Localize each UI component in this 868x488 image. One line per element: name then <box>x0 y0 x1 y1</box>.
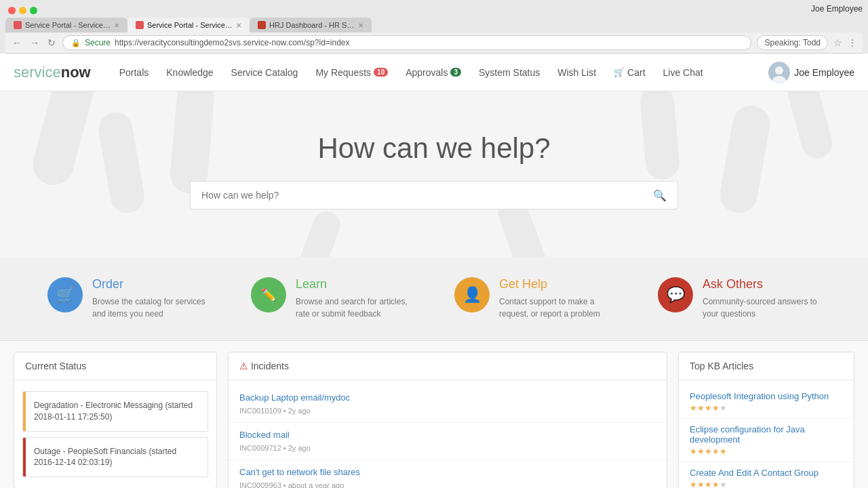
feature-ask-others[interactable]: 💬 Ask Others Community-sourced answers t… <box>658 277 821 320</box>
current-status-header: Current Status <box>14 352 216 380</box>
feature-get-help[interactable]: 👤 Get Help Contact support to make a req… <box>454 277 617 320</box>
user-avatar[interactable] <box>768 62 790 83</box>
incident-meta-2: INC0009712 • 2y ago <box>239 444 311 452</box>
browser-tab-3[interactable]: HRJ Dashboard - HR Service ✕ <box>250 18 372 33</box>
nav-system-status[interactable]: System Status <box>471 62 548 83</box>
feature-learn[interactable]: ✏️ Learn Browse and search for articles,… <box>251 277 414 320</box>
star-full: ★ <box>690 403 697 413</box>
my-requests-badge: 10 <box>374 68 388 77</box>
nav-my-requests[interactable]: My Requests 10 <box>307 62 396 83</box>
reload-button[interactable]: ↻ <box>46 37 57 48</box>
bookmark-icon[interactable]: ☆ <box>833 37 842 48</box>
search-button[interactable]: 🔍 <box>642 181 678 209</box>
incident-item-1: Backup Laptop email/mydoc INC0010109 • 2… <box>229 386 667 423</box>
kb-stars-3: ★★★★★ <box>690 480 843 488</box>
hero-section: How can we help? 🔍 <box>0 92 868 257</box>
learn-text: Learn Browse and search for articles, ra… <box>296 277 414 320</box>
kb-item-3: Create And Edit A Contact Group ★★★★★ <box>679 462 854 488</box>
svg-point-1 <box>772 76 786 83</box>
order-icon: 🛒 <box>47 277 83 312</box>
tab3-close[interactable]: ✕ <box>358 22 363 29</box>
kb-stars-1: ★★★★★ <box>690 403 843 413</box>
sn-header: servicenow Portals Knowledge Service Cat… <box>0 54 868 92</box>
nav-service-catalog[interactable]: Service Catalog <box>223 62 307 83</box>
incident-meta-1: INC0010109 • 2y ago <box>239 407 311 415</box>
feature-order[interactable]: 🛒 Order Browse the catalog for services … <box>47 277 210 320</box>
browser-tab-2[interactable]: Service Portal - Service Portal ✕ <box>127 18 250 33</box>
incident-item-2: Blocked mail INC0009712 • 2y ago <box>229 423 667 460</box>
order-text: Order Browse the catalog for services an… <box>92 277 210 320</box>
sn-logo: servicenow <box>14 64 91 81</box>
nav-approvals[interactable]: Approvals 3 <box>397 62 469 83</box>
browser-tab-1[interactable]: Service Portal - Service Portal ✕ <box>5 18 127 33</box>
learn-icon: ✏️ <box>251 277 286 312</box>
secure-label: Secure <box>85 38 111 47</box>
kb-articles-body: Peoplesoft Integration using Python ★★★★… <box>679 380 854 488</box>
tab1-label: Service Portal - Service Portal <box>25 21 111 29</box>
learn-title: Learn <box>296 277 414 291</box>
address-input[interactable]: 🔒 Secure https://veracityconsultingdemo2… <box>62 35 751 50</box>
forward-button[interactable]: → <box>28 37 41 48</box>
tab2-close[interactable]: ✕ <box>236 22 241 29</box>
address-bar-row: ← → ↻ 🔒 Secure https://veracityconsultin… <box>5 33 863 54</box>
middle-column: ⚠ Incidents Backup Laptop email/mydoc IN… <box>228 352 667 488</box>
right-column: Top KB Articles Peoplesoft Integration u… <box>678 352 854 488</box>
current-status-panel: Current Status Degradation - Electronic … <box>14 352 217 488</box>
tab2-favicon <box>136 21 144 29</box>
incident-link-3[interactable]: Can't get to network file shares <box>239 467 656 477</box>
window-close-dot[interactable] <box>8 7 16 14</box>
kb-item-2: Eclipse configuration for Java developme… <box>679 419 854 462</box>
current-status-body: Degradation - Electronic Messaging (star… <box>14 380 216 488</box>
cart-icon: 🛒 <box>614 67 625 77</box>
nav-portals[interactable]: Portals <box>111 62 157 83</box>
search-input[interactable] <box>190 181 642 209</box>
back-button[interactable]: ← <box>11 37 23 48</box>
address-url: https://veracityconsultingdemo2svs.servi… <box>115 38 350 47</box>
get-help-title: Get Help <box>499 277 617 291</box>
get-help-icon: 👤 <box>454 277 490 312</box>
tab2-label: Service Portal - Service Portal <box>147 21 233 29</box>
ask-others-icon: 💬 <box>658 277 693 312</box>
order-description: Browse the catalog for services and item… <box>92 296 210 320</box>
kb-item-1: Peoplesoft Integration using Python ★★★★… <box>679 386 854 419</box>
incident-link-1[interactable]: Backup Laptop email/mydoc <box>239 392 656 403</box>
tab3-label: HRJ Dashboard - HR Service <box>269 21 355 29</box>
kb-link-2[interactable]: Eclipse configuration for Java developme… <box>690 424 843 445</box>
status-text-1: Degradation - Electronic Messaging (star… <box>26 392 208 431</box>
sn-user-info: Joe Employee <box>768 62 854 83</box>
sn-nav: Portals Knowledge Service Catalog My Req… <box>111 62 769 83</box>
logo-now: now <box>61 64 91 81</box>
get-help-text: Get Help Contact support to make a reque… <box>499 277 617 320</box>
ask-others-description: Community-sourced answers to your questi… <box>703 296 821 320</box>
incident-meta-3: INC0009963 • about a year ago <box>239 481 344 488</box>
kb-link-1[interactable]: Peoplesoft Integration using Python <box>690 391 843 401</box>
svg-point-0 <box>775 66 783 75</box>
kb-link-3[interactable]: Create And Edit A Contact Group <box>690 468 843 478</box>
ask-others-title: Ask Others <box>703 277 821 291</box>
kb-articles-panel: Top KB Articles Peoplesoft Integration u… <box>678 352 854 488</box>
window-minimize-dot[interactable] <box>19 7 26 14</box>
menu-icon[interactable]: ⋮ <box>848 37 857 48</box>
incident-item-3: Can't get to network file shares INC0009… <box>229 460 667 488</box>
status-text-2: Outage - PeopleSoft Financials (started … <box>26 438 208 477</box>
nav-live-chat[interactable]: Live Chat <box>655 62 711 83</box>
ask-others-text: Ask Others Community-sourced answers to … <box>703 277 821 320</box>
nav-cart[interactable]: 🛒 Cart <box>606 62 653 83</box>
speaker-input[interactable]: Speaking: Todd <box>757 35 828 50</box>
tab1-favicon <box>14 21 22 29</box>
nav-wish-list[interactable]: Wish List <box>549 62 604 83</box>
incidents-icon: ⚠ <box>239 361 248 371</box>
status-item-1: Degradation - Electronic Messaging (star… <box>22 391 208 432</box>
logo-service: service <box>14 64 61 81</box>
window-maximize-dot[interactable] <box>30 7 37 14</box>
browser-tabs-bar: Service Portal - Service Portal ✕ Servic… <box>5 18 863 33</box>
incidents-header: ⚠ Incidents <box>229 352 667 380</box>
hero-background-pills <box>0 92 868 257</box>
incident-link-2[interactable]: Blocked mail <box>239 430 656 440</box>
incidents-title: Incidents <box>251 361 289 371</box>
nav-knowledge[interactable]: Knowledge <box>158 62 221 83</box>
kb-stars-2: ★★★★★ <box>690 447 843 456</box>
hero-search-form: 🔍 <box>190 181 678 209</box>
browser-title-user: Joe Employee <box>811 4 863 14</box>
tab1-close[interactable]: ✕ <box>114 22 119 29</box>
